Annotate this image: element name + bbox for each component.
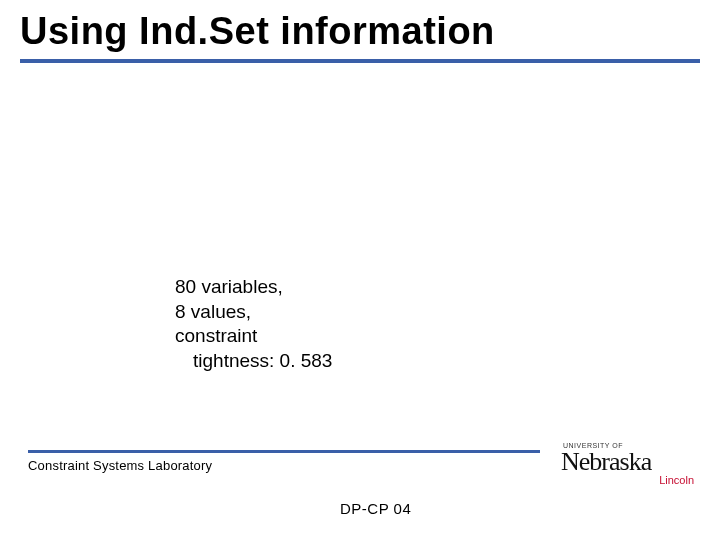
logo-name: Nebraska <box>561 450 696 473</box>
logo-city: Lincoln <box>561 474 696 486</box>
content-text: 80 variables, 8 values, constraint tight… <box>175 275 332 374</box>
university-logo: UNIVERSITY OF Nebraska Lincoln <box>561 442 696 492</box>
content-line-4: tightness: 0. 583 <box>175 349 332 374</box>
content-line-2: 8 values, <box>175 301 251 322</box>
slide-code: DP-CP 04 <box>340 500 411 517</box>
slide-title: Using Ind.Set information <box>20 10 700 53</box>
content-line-1: 80 variables, <box>175 276 283 297</box>
lab-name: Constraint Systems Laboratory <box>28 458 212 473</box>
footer-rule <box>28 450 540 453</box>
title-block: Using Ind.Set information <box>20 10 700 63</box>
content-line-3: constraint <box>175 325 257 346</box>
title-rule <box>20 59 700 63</box>
slide: Using Ind.Set information 80 variables, … <box>0 0 720 540</box>
